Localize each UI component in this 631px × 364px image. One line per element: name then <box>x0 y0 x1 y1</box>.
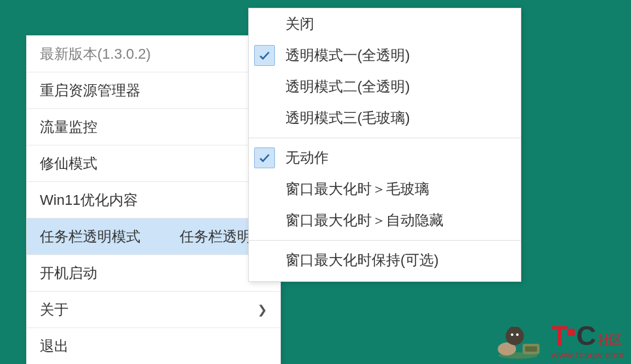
submenu-transparent-modes: 关闭 透明模式一(全透明) 透明模式二(全透明) 透明模式三(毛玻璃) 无动作 … <box>248 8 521 282</box>
menu-item-maximize-hide[interactable]: 窗口最大化时＞自动隐藏 <box>249 205 521 236</box>
menu-item-xiuxian-mode[interactable]: 修仙模式 ❯ <box>27 145 280 182</box>
svg-rect-6 <box>525 346 537 352</box>
exit-label: 退出 <box>40 337 267 356</box>
traffic-monitor-label: 流量监控 <box>40 117 252 137</box>
menu-separator <box>249 240 521 241</box>
mode3-label: 透明模式三(毛玻璃) <box>285 108 508 128</box>
menu-item-maximize-keep[interactable]: 窗口最大化时保持(可选) <box>249 245 521 276</box>
menu-item-startup[interactable]: 开机启动 <box>27 255 280 292</box>
taskbar-transparent-label: 任务栏透明模式 <box>40 227 180 247</box>
menu-item-maximize-glass[interactable]: 窗口最大化时＞毛玻璃 <box>249 174 521 205</box>
watermark-url: www.tcsqw.com <box>551 349 624 360</box>
main-context-menu: 最新版本(1.3.0.2) 重启资源管理器 流量监控 ❯ 修仙模式 ❯ Win1… <box>26 35 281 364</box>
menu-item-mode3[interactable]: 透明模式三(毛玻璃) <box>249 102 521 134</box>
win11-optimize-label: Win11优化内容 <box>40 190 267 210</box>
brand-t: T <box>551 320 567 352</box>
menu-item-about[interactable]: 关于 ❯ <box>27 292 280 328</box>
menu-separator <box>249 138 521 138</box>
watermark-text: T C 社区 www.tcsqw.com <box>551 320 624 360</box>
check-icon <box>254 147 275 168</box>
xiuxian-mode-label: 修仙模式 <box>40 154 252 174</box>
svg-point-7 <box>511 333 513 336</box>
startup-label: 开机启动 <box>40 264 267 283</box>
watermark-brand: T C 社区 <box>551 320 621 352</box>
menu-item-exit[interactable]: 退出 <box>27 328 280 364</box>
restart-explorer-label: 重启资源管理器 <box>40 81 267 100</box>
version-label: 最新版本(1.3.0.2) <box>40 44 267 64</box>
brand-square-icon <box>568 329 575 336</box>
svg-point-2 <box>506 327 524 345</box>
menu-item-version: 最新版本(1.3.0.2) <box>27 36 280 72</box>
menu-item-traffic-monitor[interactable]: 流量监控 ❯ <box>27 109 280 145</box>
mode2-label: 透明模式二(全透明) <box>285 77 508 97</box>
menu-item-mode2[interactable]: 透明模式二(全透明) <box>249 71 521 102</box>
brand-cn: 社区 <box>598 331 621 349</box>
close-label: 关闭 <box>285 14 508 34</box>
menu-item-taskbar-transparent[interactable]: 任务栏透明模式 任务栏透明模 <box>27 219 280 255</box>
chevron-right-icon: ❯ <box>257 303 267 317</box>
menu-item-no-action[interactable]: 无动作 <box>249 142 521 174</box>
maximize-hide-label: 窗口最大化时＞自动隐藏 <box>285 211 508 230</box>
svg-point-3 <box>515 327 520 332</box>
maximize-glass-label: 窗口最大化时＞毛玻璃 <box>285 179 508 199</box>
check-icon <box>254 45 275 66</box>
brand-c: C <box>576 320 594 352</box>
menu-item-close[interactable]: 关闭 <box>249 8 521 40</box>
no-action-label: 无动作 <box>285 148 508 168</box>
menu-item-mode1[interactable]: 透明模式一(全透明) <box>249 40 521 71</box>
about-label: 关于 <box>40 300 252 320</box>
svg-point-8 <box>516 333 519 336</box>
menu-item-restart-explorer[interactable]: 重启资源管理器 <box>27 72 280 109</box>
svg-point-4 <box>510 327 515 332</box>
mode1-label: 透明模式一(全透明) <box>285 46 508 65</box>
maximize-keep-label: 窗口最大化时保持(可选) <box>285 250 508 270</box>
watermark: T C 社区 www.tcsqw.com <box>489 318 624 360</box>
watermark-mascot-icon <box>489 318 547 360</box>
menu-item-win11-optimize[interactable]: Win11优化内容 <box>27 182 280 219</box>
